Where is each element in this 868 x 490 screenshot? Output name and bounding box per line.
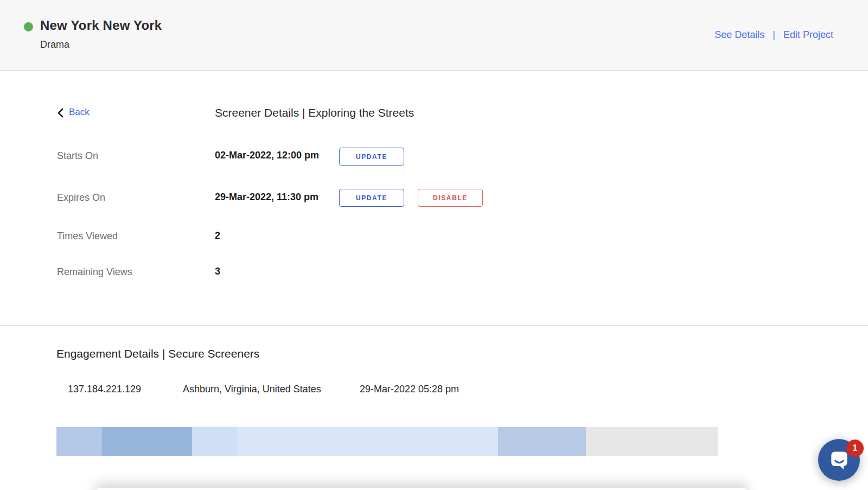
next-card-shadow [95,488,749,490]
project-title: New York New York [40,18,162,33]
times-viewed-label: Times Viewed [57,231,118,242]
starts-on-value: 02-Mar-2022, 12:00 pm [215,150,319,161]
heatmap-segment [237,427,499,456]
watch-heatmap-bar [56,427,718,456]
heatmap-segment [192,427,237,456]
screener-title: Screener Details | Exploring the Streets [215,106,414,119]
header-links: See Details | Edit Project [714,29,833,41]
back-button[interactable]: Back [56,107,90,118]
times-viewed-value: 2 [215,230,220,241]
starts-on-label: Starts On [57,150,98,162]
back-label: Back [69,107,90,118]
page: New York New York Drama See Details | Ed… [0,0,868,490]
project-header: New York New York Drama See Details | Ed… [0,0,868,71]
session-timestamp: 29-Mar-2022 05:28 pm [360,384,459,395]
chat-notification-badge: 1 [846,440,864,457]
section-divider [0,325,868,326]
expires-on-update-button[interactable]: UPDATE [339,189,404,207]
expires-on-disable-button[interactable]: DISABLE [418,189,483,207]
heatmap-segment [498,427,586,456]
expires-on-value: 29-Mar-2022, 11:30 pm [215,192,318,203]
heatmap-segment [102,427,192,456]
project-genre: Drama [40,39,69,50]
session-location: Ashburn, Virginia, United States [183,384,321,395]
link-separator: | [773,29,775,41]
chevron-left-icon [56,108,65,118]
engagement-title: Engagement Details | Secure Screeners [56,347,259,360]
expires-on-label: Expires On [57,192,105,203]
remaining-views-value: 3 [215,266,220,277]
status-dot-icon [24,22,33,31]
heatmap-segment [56,427,102,456]
remaining-views-label: Remaining Views [57,266,132,278]
session-ip: 137.184.221.129 [68,384,141,395]
heatmap-segment [586,427,718,456]
edit-project-link[interactable]: Edit Project [783,29,833,41]
see-details-link[interactable]: See Details [714,29,764,41]
starts-on-update-button[interactable]: UPDATE [339,148,404,166]
